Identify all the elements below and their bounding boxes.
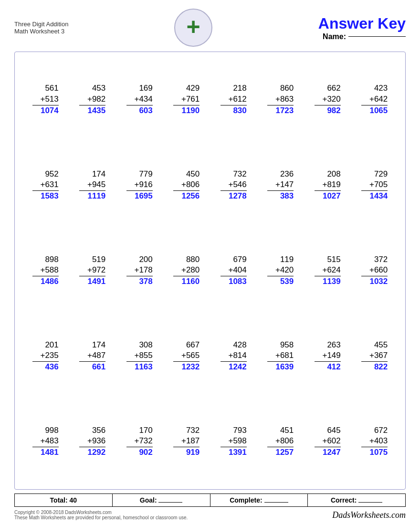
num2: +147 — [267, 179, 294, 191]
num2: +945 — [79, 179, 105, 191]
problem: 263+149412 — [315, 340, 341, 372]
num2: +631 — [32, 179, 59, 191]
copyright: Copyright © 2008-2018 DadsWorksheets.com… — [14, 510, 406, 520]
problem: 898+5881486 — [32, 254, 59, 287]
copyright-text: Copyright © 2008-2018 DadsWorksheets.com… — [14, 510, 188, 520]
num2: +863 — [267, 94, 294, 105]
num1: 880 — [186, 254, 200, 265]
num2: +565 — [173, 350, 200, 362]
num2: +513 — [32, 94, 59, 105]
num1: 998 — [45, 425, 58, 436]
problem: 372+6601032 — [361, 254, 388, 287]
complete-underline — [264, 502, 288, 503]
problem: 793+5981391 — [220, 425, 247, 458]
problem: 779+9161695 — [126, 169, 153, 201]
answer: 1723 — [275, 105, 294, 116]
answer: 1232 — [181, 362, 200, 372]
answer: 1481 — [41, 447, 59, 458]
answer: 1247 — [323, 447, 341, 458]
problem-row: 952+6311583174+9451119779+9161695450+806… — [22, 164, 398, 206]
problem: 174+9451119 — [79, 169, 105, 201]
num1: 170 — [139, 425, 152, 436]
num1: 455 — [374, 340, 388, 350]
answer: 1065 — [369, 105, 388, 116]
num2: +404 — [220, 265, 247, 276]
footer-goal: Goal: — [113, 494, 210, 506]
answer: 1160 — [181, 276, 200, 287]
num1: 263 — [327, 340, 340, 350]
problem-row: 898+5881486519+9721491200+178378880+2801… — [22, 250, 398, 292]
answer: 1163 — [135, 362, 153, 372]
answer: 603 — [139, 105, 152, 116]
name-underline — [348, 36, 406, 37]
num2: +235 — [32, 350, 59, 362]
num2: +546 — [220, 179, 247, 191]
num2: +487 — [79, 350, 105, 362]
answer: 383 — [280, 191, 294, 201]
problem: 672+4031075 — [361, 425, 388, 458]
header-right: Answer Key Name: — [318, 15, 406, 41]
num1: 119 — [280, 254, 294, 265]
problem: 952+6311583 — [32, 169, 59, 201]
num2: +434 — [126, 94, 153, 105]
footer-total: Total: 40 — [15, 494, 113, 506]
num1: 356 — [92, 425, 105, 436]
num1: 208 — [327, 169, 340, 179]
num2: +855 — [126, 350, 153, 362]
answer: 1434 — [369, 191, 388, 201]
problem: 308+8551163 — [126, 340, 153, 372]
num1: 860 — [280, 83, 294, 94]
footer-correct: Correct: — [308, 494, 405, 506]
problem: 201+235436 — [32, 340, 59, 372]
num1: 174 — [92, 340, 105, 350]
problem: 453+9821435 — [79, 83, 105, 116]
num2: +705 — [361, 179, 388, 191]
header-left: Three Digit Addition Math Worksheet 3 — [14, 21, 68, 35]
answer: 982 — [327, 105, 340, 116]
num1: 200 — [139, 254, 152, 265]
problem: 455+367822 — [361, 340, 388, 372]
problem: 423+6421065 — [361, 83, 388, 116]
worksheet-title: Three Digit Addition — [14, 21, 68, 28]
answer: 1292 — [87, 447, 105, 458]
num2: +187 — [173, 436, 200, 447]
answer: 1257 — [275, 447, 294, 458]
num1: 423 — [374, 83, 388, 94]
problem: 732+5461278 — [220, 169, 247, 201]
num1: 561 — [45, 83, 58, 94]
answer: 830 — [233, 105, 246, 116]
answer: 1119 — [87, 191, 105, 201]
num1: 732 — [233, 169, 246, 179]
num2: +806 — [173, 179, 200, 191]
worksheet-subtitle: Math Worksheet 3 — [14, 28, 68, 35]
problem: 200+178378 — [126, 254, 153, 287]
num1: 662 — [327, 83, 340, 94]
num1: 515 — [327, 254, 340, 265]
num1: 519 — [92, 254, 105, 265]
problem: 208+8191027 — [315, 169, 341, 201]
answer: 1083 — [229, 276, 247, 287]
num2: +916 — [126, 179, 153, 191]
answer: 1491 — [87, 276, 105, 287]
answer: 412 — [327, 362, 340, 372]
correct-underline — [358, 502, 382, 503]
answer: 378 — [139, 276, 152, 287]
problems-grid: 561+5131074453+9821435169+434603429+7611… — [22, 57, 398, 484]
num2: +814 — [220, 350, 247, 362]
num2: +982 — [79, 94, 105, 105]
num2: +660 — [361, 265, 388, 276]
problem-row: 201+235436174+487661308+8551163667+56512… — [22, 335, 398, 377]
num2: +681 — [267, 350, 294, 362]
num2: +588 — [32, 265, 59, 276]
num1: 428 — [233, 340, 246, 350]
problem: 236+147383 — [267, 169, 294, 201]
answer: 1074 — [41, 105, 59, 116]
answer: 822 — [374, 362, 388, 372]
num2: +819 — [315, 179, 341, 191]
answer: 919 — [186, 447, 200, 458]
problem: 561+5131074 — [32, 83, 59, 116]
problem-row: 998+4831481356+9361292170+732902732+1879… — [22, 420, 398, 462]
problem-row: 561+5131074453+9821435169+434603429+7611… — [22, 78, 398, 120]
num1: 667 — [186, 340, 200, 350]
num2: +420 — [267, 265, 294, 276]
